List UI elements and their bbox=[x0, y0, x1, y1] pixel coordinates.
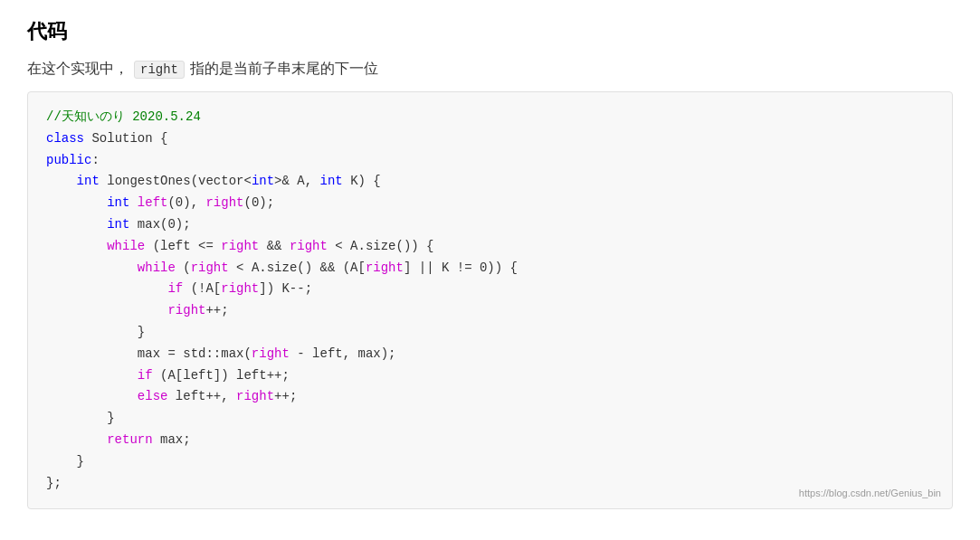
description: 在这个实现中， right 指的是当前子串末尾的下一位 bbox=[27, 60, 953, 79]
code-line-14: } bbox=[46, 408, 934, 430]
code-line-16: } bbox=[46, 451, 934, 473]
code-line-13: else left++, right++; bbox=[46, 386, 934, 408]
code-line-1: class Solution { bbox=[46, 128, 934, 150]
page-title: 代码 bbox=[27, 18, 953, 45]
inline-code-right: right bbox=[134, 61, 185, 79]
code-line-6: while (left <= right && right < A.size()… bbox=[46, 236, 934, 258]
code-block: //天知いのり 2020.5.24 class Solution { publi… bbox=[27, 91, 953, 509]
code-line-8: if (!A[right]) K--; bbox=[46, 279, 934, 300]
code-line-15: return max; bbox=[46, 430, 934, 451]
description-suffix: 指的是当前子串末尾的下一位 bbox=[190, 60, 378, 79]
watermark: https://blog.csdn.net/Genius_bin bbox=[799, 485, 941, 502]
code-line-11: max = std::max(right - left, max); bbox=[46, 344, 934, 365]
code-line-4: int left(0), right(0); bbox=[46, 193, 934, 214]
code-line-7: while (right < A.size() && (A[right] || … bbox=[46, 258, 934, 279]
code-line-10: } bbox=[46, 322, 934, 344]
code-line-5: int max(0); bbox=[46, 214, 934, 236]
code-line-9: right++; bbox=[46, 300, 934, 322]
code-comment: //天知いのり 2020.5.24 bbox=[46, 107, 934, 128]
code-line-3: int longestOnes(vector<int>& A, int K) { bbox=[46, 171, 934, 193]
code-line-2: public: bbox=[46, 150, 934, 172]
description-prefix: 在这个实现中， bbox=[27, 60, 128, 79]
code-line-12: if (A[left]) left++; bbox=[46, 365, 934, 387]
